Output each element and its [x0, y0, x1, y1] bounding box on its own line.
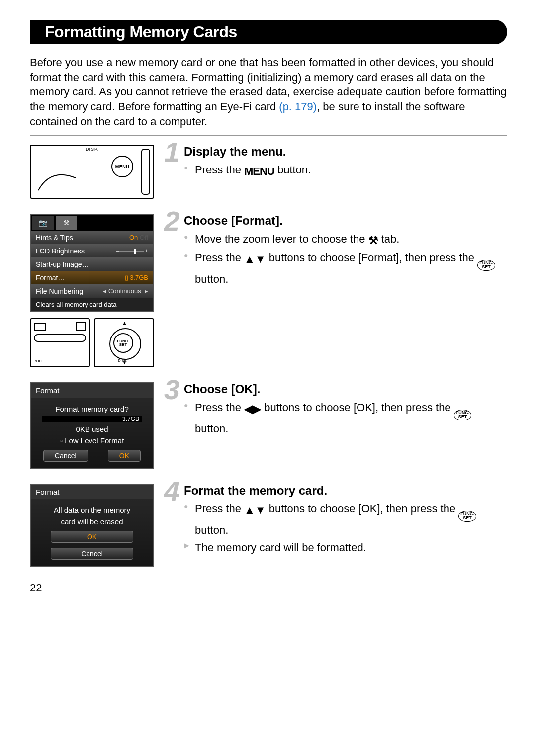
bullet-list: Press the ▲▼ buttons to choose [OK], the…: [184, 501, 507, 555]
step-row: DISP. MENU 1 Display the menu. Press the…: [30, 145, 507, 199]
bullet-list: Press the ◀▶ buttons to choose [OK], the…: [184, 399, 507, 436]
page-ref-link[interactable]: (p. 179): [279, 100, 317, 113]
menu-row: Start-up Image…: [31, 257, 153, 271]
section-title-bar: Formatting Memory Cards: [30, 20, 507, 44]
illustration-column: Format Format memory card? 3.7GB 0KB use…: [30, 382, 154, 469]
card-icon: [76, 322, 86, 331]
menu-row: File Numbering ◂ Continuous ▸: [31, 284, 153, 298]
step-number: 2: [164, 205, 179, 237]
step-row: Format All data on the memory card will …: [30, 484, 507, 567]
tools-tab: ⚒: [56, 216, 77, 230]
updown-icon: ▲▼: [244, 502, 266, 518]
off-label: /OFF: [35, 359, 44, 363]
step-text: 1 Display the menu. Press the MENU butto…: [169, 145, 507, 180]
bullet-item: Move the zoom lever to choose the ⚒ tab.: [184, 231, 507, 249]
menu-row: Hints & Tips On Off: [31, 231, 153, 244]
battery-icon: [34, 323, 46, 331]
bullet-text: Move the zoom lever to choose the: [195, 233, 368, 245]
menu-label: LCD Brightness: [36, 247, 85, 255]
illustration-column: DISP. MENU: [30, 145, 154, 199]
dialog-actions: OK Cancel: [36, 531, 148, 560]
step-heading: Choose [OK].: [184, 382, 507, 396]
section-title: Formatting Memory Cards: [45, 23, 492, 41]
ok-button: OK: [51, 531, 133, 543]
menu-label: File Numbering: [36, 287, 83, 295]
lcd-menu-screenshot: 📷 ⚒ Hints & Tips On Off LCD Brightness –…: [30, 214, 154, 312]
leftright-icon: ◀▶: [244, 401, 261, 417]
bullet-text: button.: [274, 164, 311, 176]
confirm-line-2: card will be erased: [36, 517, 148, 526]
steps-container: DISP. MENU 1 Display the menu. Press the…: [30, 145, 507, 567]
step-number: 3: [164, 373, 179, 406]
bullet-text: buttons to choose [OK], then press the: [261, 401, 454, 414]
capacity-bar: 3.7GB: [42, 416, 142, 422]
illustration-column: 📷 ⚒ Hints & Tips On Off LCD Brightness –…: [30, 214, 154, 367]
page: Formatting Memory Cards Before you use a…: [0, 0, 537, 609]
bullet-text: The memory card will be formatted.: [195, 541, 366, 554]
step-text: 2 Choose [Format]. Move the zoom lever t…: [169, 214, 507, 288]
menu-row-selected: Format… ▯ 3.7GB: [31, 271, 153, 284]
menu-text-icon: MENU: [244, 163, 274, 179]
bullet-item: Press the ▲▼ buttons to choose [OK], the…: [184, 501, 507, 538]
low-level-label: ▫ Low Level Format: [36, 436, 148, 445]
dialog-body: All data on the memory card will be eras…: [31, 499, 153, 566]
step-number: 4: [164, 475, 179, 507]
bullet-text: Press the: [195, 164, 244, 176]
bullet-text: tab.: [378, 233, 400, 245]
menu-label: Format…: [36, 274, 65, 282]
ok-button: OK: [108, 450, 141, 462]
cancel-button: Cancel: [51, 548, 133, 560]
step-row: 📷 ⚒ Hints & Tips On Off LCD Brightness –…: [30, 214, 507, 367]
disp-small-label: DISP.: [118, 359, 127, 362]
bullet-text: buttons to choose [Format], then press t…: [266, 252, 478, 264]
menu-value: ◂ Continuous ▸: [103, 287, 148, 295]
menu-label: Hints & Tips: [36, 234, 73, 242]
page-number: 22: [30, 582, 507, 594]
dialog-actions: Cancel OK: [36, 450, 148, 462]
funcset-icon: FUNC.SET: [454, 410, 472, 420]
cancel-button: Cancel: [43, 450, 88, 462]
dial-ring: [109, 328, 141, 360]
tools-icon: ⚒: [368, 232, 378, 249]
camera-grip: [141, 149, 150, 195]
capacity-value: 3.7GB: [122, 416, 139, 422]
bullet-text: button.: [195, 524, 228, 536]
lcd-tabs: 📷 ⚒: [31, 215, 153, 231]
used-label: 0KB used: [36, 425, 148, 433]
camera-back-illustration: DISP. MENU: [30, 145, 154, 199]
bullet-text: Press the: [195, 503, 244, 515]
bullet-text: Press the: [195, 252, 244, 264]
disp-label: DISP.: [86, 147, 99, 152]
step-heading: Choose [Format].: [184, 214, 507, 228]
menu-button-illustration: MENU: [111, 156, 133, 177]
menu-value: –+: [116, 247, 148, 255]
bullet-text: button.: [195, 273, 228, 285]
separator: [30, 135, 507, 136]
menu-caption: Clears all memory card data: [31, 298, 153, 311]
bullet-list: Press the MENU button.: [184, 162, 507, 179]
step-number: 1: [164, 136, 179, 168]
dialog-title: Format: [31, 485, 153, 499]
confirm-dialog-screenshot: Format All data on the memory card will …: [30, 484, 154, 567]
camera-back-dial-illustration: FUNC. SET ▲ ▼ DISP.: [94, 318, 154, 367]
camera-tab: 📷: [32, 216, 54, 230]
step-heading: Format the memory card.: [184, 484, 507, 498]
dialog-title: Format: [31, 383, 153, 398]
zoom-lever-icon: [34, 334, 86, 342]
menu-label: MENU: [115, 164, 130, 169]
step-text: 4 Format the memory card. Press the ▲▼ b…: [169, 484, 507, 556]
bullet-list: Move the zoom lever to choose the ⚒ tab.…: [184, 231, 507, 287]
confirm-line-1: All data on the memory: [36, 506, 148, 514]
updown-icon: ▲▼: [244, 251, 266, 267]
bullet-text: Press the: [195, 401, 244, 414]
bullet-item: Press the MENU button.: [184, 162, 507, 179]
step-text: 3 Choose [OK]. Press the ◀▶ buttons to c…: [169, 382, 507, 437]
funcset-icon: FUNC.SET: [477, 260, 495, 270]
dialog-body: Format memory card? 3.7GB 0KB used ▫ Low…: [31, 398, 153, 468]
menu-row: LCD Brightness –+: [31, 244, 153, 257]
bullet-item: Press the ▲▼ buttons to choose [Format],…: [184, 250, 507, 287]
illustration-column: Format All data on the memory card will …: [30, 484, 154, 567]
bullet-item: The memory card will be formatted.: [184, 539, 507, 556]
format-dialog-screenshot: Format Format memory card? 3.7GB 0KB use…: [30, 382, 154, 469]
step-row: Format Format memory card? 3.7GB 0KB use…: [30, 382, 507, 469]
